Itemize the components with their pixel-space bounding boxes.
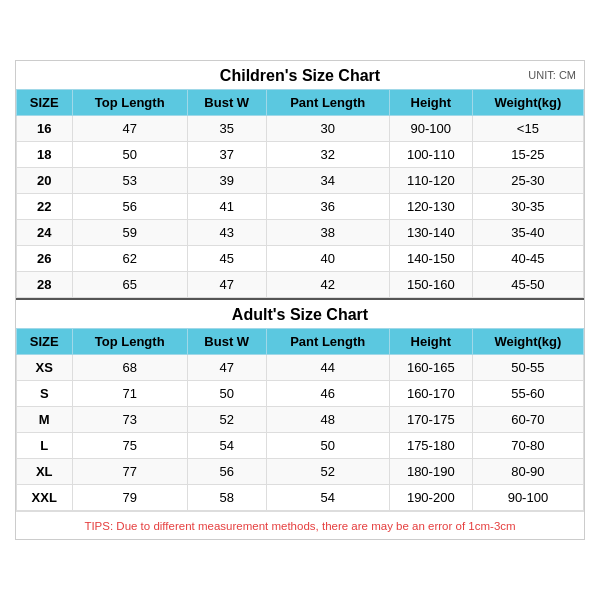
table-cell: 77 (72, 459, 187, 485)
table-cell: 90-100 (389, 116, 472, 142)
table-cell: 47 (72, 116, 187, 142)
tips-text: TIPS: Due to different measurement metho… (84, 520, 515, 532)
table-cell: 43 (187, 220, 266, 246)
table-row: XS684744160-16550-55 (17, 355, 584, 381)
adult-col-bust-w: Bust W (187, 329, 266, 355)
tips-row: TIPS: Due to different measurement metho… (16, 511, 584, 539)
adult-chart-title: Adult's Size Chart (16, 306, 584, 324)
adult-col-height: Height (389, 329, 472, 355)
table-cell: 71 (72, 381, 187, 407)
children-col-weight: Weight(kg) (472, 90, 583, 116)
table-row: 1647353090-100<15 (17, 116, 584, 142)
table-cell: 37 (187, 142, 266, 168)
table-cell: 55-60 (472, 381, 583, 407)
children-col-top-length: Top Length (72, 90, 187, 116)
table-cell: 22 (17, 194, 73, 220)
table-cell: 34 (266, 168, 389, 194)
table-cell: 59 (72, 220, 187, 246)
table-cell: 47 (187, 272, 266, 298)
table-row: XXL795854190-20090-100 (17, 485, 584, 511)
table-cell: 100-110 (389, 142, 472, 168)
unit-label: UNIT: CM (528, 69, 576, 81)
table-cell: 36 (266, 194, 389, 220)
table-cell: 16 (17, 116, 73, 142)
table-cell: XL (17, 459, 73, 485)
table-cell: 190-200 (389, 485, 472, 511)
table-cell: 26 (17, 246, 73, 272)
table-cell: 52 (187, 407, 266, 433)
table-cell: 48 (266, 407, 389, 433)
adult-col-size: SIZE (17, 329, 73, 355)
table-cell: 54 (187, 433, 266, 459)
table-cell: 68 (72, 355, 187, 381)
table-cell: 54 (266, 485, 389, 511)
table-cell: 30-35 (472, 194, 583, 220)
children-header-row: SIZE Top Length Bust W Pant Length Heigh… (17, 90, 584, 116)
table-cell: 70-80 (472, 433, 583, 459)
table-cell: 120-130 (389, 194, 472, 220)
table-cell: 39 (187, 168, 266, 194)
size-chart: Children's Size Chart UNIT: CM SIZE Top … (15, 60, 585, 540)
table-cell: 45-50 (472, 272, 583, 298)
table-row: 28654742150-16045-50 (17, 272, 584, 298)
children-col-bust-w: Bust W (187, 90, 266, 116)
table-cell: 46 (266, 381, 389, 407)
table-cell: 42 (266, 272, 389, 298)
adult-title-row: Adult's Size Chart (16, 298, 584, 328)
table-cell: 180-190 (389, 459, 472, 485)
children-col-height: Height (389, 90, 472, 116)
table-cell: 110-120 (389, 168, 472, 194)
adult-col-top-length: Top Length (72, 329, 187, 355)
table-cell: 50 (187, 381, 266, 407)
table-cell: 20 (17, 168, 73, 194)
table-cell: 45 (187, 246, 266, 272)
table-cell: 65 (72, 272, 187, 298)
adult-col-pant-length: Pant Length (266, 329, 389, 355)
table-cell: 58 (187, 485, 266, 511)
children-chart-title: Children's Size Chart (220, 67, 380, 85)
table-cell: 28 (17, 272, 73, 298)
table-cell: 130-140 (389, 220, 472, 246)
table-cell: 25-30 (472, 168, 583, 194)
table-cell: 160-170 (389, 381, 472, 407)
table-cell: 53 (72, 168, 187, 194)
table-row: L755450175-18070-80 (17, 433, 584, 459)
table-cell: 150-160 (389, 272, 472, 298)
children-col-pant-length: Pant Length (266, 90, 389, 116)
table-cell: L (17, 433, 73, 459)
table-cell: 56 (72, 194, 187, 220)
table-cell: 50-55 (472, 355, 583, 381)
adult-col-weight: Weight(kg) (472, 329, 583, 355)
children-table: SIZE Top Length Bust W Pant Length Heigh… (16, 89, 584, 298)
children-title-row: Children's Size Chart UNIT: CM (16, 61, 584, 89)
table-cell: 50 (72, 142, 187, 168)
table-row: 20533934110-12025-30 (17, 168, 584, 194)
table-row: 18503732100-11015-25 (17, 142, 584, 168)
table-cell: 44 (266, 355, 389, 381)
table-cell: 62 (72, 246, 187, 272)
table-cell: 73 (72, 407, 187, 433)
table-cell: <15 (472, 116, 583, 142)
table-cell: 40 (266, 246, 389, 272)
table-cell: 35-40 (472, 220, 583, 246)
children-col-size: SIZE (17, 90, 73, 116)
table-cell: 47 (187, 355, 266, 381)
table-cell: 15-25 (472, 142, 583, 168)
table-cell: S (17, 381, 73, 407)
table-cell: 41 (187, 194, 266, 220)
table-cell: 24 (17, 220, 73, 246)
table-row: 24594338130-14035-40 (17, 220, 584, 246)
table-cell: 60-70 (472, 407, 583, 433)
table-cell: 32 (266, 142, 389, 168)
table-cell: 18 (17, 142, 73, 168)
table-cell: 170-175 (389, 407, 472, 433)
table-cell: 40-45 (472, 246, 583, 272)
table-cell: 52 (266, 459, 389, 485)
table-cell: 79 (72, 485, 187, 511)
adult-header-row: SIZE Top Length Bust W Pant Length Heigh… (17, 329, 584, 355)
adult-table: SIZE Top Length Bust W Pant Length Heigh… (16, 328, 584, 511)
table-row: 22564136120-13030-35 (17, 194, 584, 220)
table-cell: M (17, 407, 73, 433)
table-cell: 80-90 (472, 459, 583, 485)
table-row: M735248170-17560-70 (17, 407, 584, 433)
